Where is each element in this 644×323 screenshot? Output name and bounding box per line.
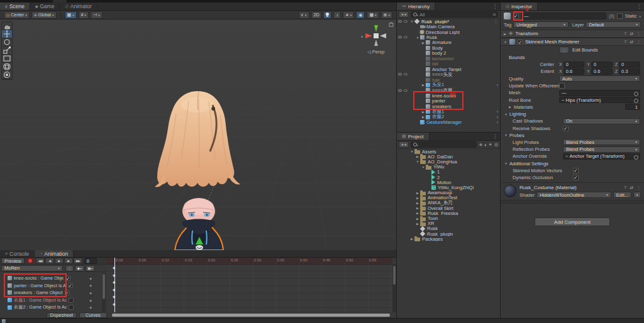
help-icon[interactable]: ? xyxy=(624,185,626,190)
hierarchy-search-input[interactable]: All ⧉ xyxy=(411,11,498,18)
expand-arrow[interactable]: ▶ xyxy=(421,83,426,87)
clip-dropdown[interactable]: MoRen▾ xyxy=(1,265,63,271)
component-menu-icon[interactable]: ⋮ xyxy=(636,31,641,36)
expand-arrow[interactable]: ▶ xyxy=(421,41,426,45)
project-item-Rusk[interactable]: Rusk xyxy=(397,226,500,231)
hierarchy-item-sneakers[interactable]: sneakers xyxy=(397,104,500,109)
expand-arrow[interactable]: ▶ xyxy=(415,222,420,226)
tab-game[interactable]: ■ Game xyxy=(30,3,60,10)
scene-menu-icon[interactable]: ⋮ xyxy=(494,19,500,24)
hierarchy-item-knee-socks[interactable]: knee-socks xyxy=(397,93,500,98)
lighting-section[interactable]: ▼Lighting xyxy=(501,111,644,118)
expand-arrow[interactable]: ▼ xyxy=(415,160,420,163)
project-item-Motion[interactable]: Motion xyxy=(397,180,500,185)
expand-arrow[interactable]: ▶ xyxy=(421,115,426,119)
extent-y-field[interactable]: 0.6 xyxy=(591,68,613,75)
anim-list-scrollbar[interactable] xyxy=(102,273,106,313)
hierarchy-item-头发1[interactable]: ▶头发1› xyxy=(397,82,500,87)
hierarchy-item-Body[interactable]: Body xyxy=(397,45,500,50)
add-component-button[interactable]: Add Component xyxy=(535,217,610,226)
project-item-AnimationTest[interactable]: ▶AnimationTest xyxy=(397,195,500,200)
project-item-AO_DongHua[interactable]: ▼AO_DongHua xyxy=(397,159,500,164)
tab-scene[interactable]: # Scene xyxy=(0,3,30,10)
active-checkbox[interactable]: ✓ xyxy=(513,13,519,19)
center-x-field[interactable]: 0 xyxy=(564,62,585,68)
expand-arrow[interactable]: ▶ xyxy=(415,191,420,195)
cast-shadows-dropdown[interactable]: On▾ xyxy=(563,118,640,124)
inspector-menu-icon[interactable]: ⋮ xyxy=(636,4,641,9)
mesh-object-field[interactable]: — xyxy=(559,90,640,96)
project-item-Overall Skirt[interactable]: ▶Overall Skirt xyxy=(397,205,500,211)
project-menu-icon[interactable]: ⋮ xyxy=(492,134,497,140)
scene-visibility-toggle[interactable]: ◉ xyxy=(356,11,365,19)
transform-component-header[interactable]: ▶ ✛ Transform ?⇄⋮ xyxy=(501,30,644,38)
shader-menu-button[interactable]: ▾ xyxy=(633,192,641,198)
scene-viewport[interactable]: x ◁ Persp xyxy=(0,19,396,250)
additional-settings-section[interactable]: ▼Additional Settings xyxy=(501,160,644,167)
expand-arrow[interactable]: ▼ xyxy=(421,165,426,169)
first-frame-button[interactable]: ◀◀ xyxy=(36,258,45,264)
increment-snap-button[interactable]: #▾ xyxy=(79,11,89,19)
add-keyframe-button[interactable]: ◆+ xyxy=(75,265,84,271)
move-tool[interactable] xyxy=(2,30,12,38)
pickability-icon[interactable] xyxy=(404,73,408,75)
property-checkbox[interactable]: ✓ xyxy=(65,276,70,281)
tool-settings-button[interactable]: ⊣▾ xyxy=(91,11,103,19)
expand-arrow[interactable]: ▶ xyxy=(409,237,414,241)
pickability-icon[interactable] xyxy=(404,20,408,23)
extent-x-field[interactable]: 0.6 xyxy=(564,68,585,75)
record-button[interactable] xyxy=(26,258,35,264)
frame-field[interactable]: 0 xyxy=(84,258,97,264)
hierarchy-item-Anchor Target[interactable]: Anchor Target xyxy=(397,67,500,72)
timeline-body[interactable]: ◆◆◆◆◆◆ xyxy=(107,265,392,312)
last-frame-button[interactable]: ▶▶ xyxy=(74,258,82,264)
saved-search-icon[interactable]: ⧉ xyxy=(493,13,496,17)
add-event-button[interactable]: ▣+ xyxy=(86,265,95,271)
search-by-label-icon[interactable]: ♦ xyxy=(484,143,487,147)
anim-property-sneakers[interactable]: sneakers : Game Object✓◆ xyxy=(0,289,102,297)
anim-property-衣服1[interactable]: 衣服1 : Game Object Is Ac◆ xyxy=(0,297,102,304)
hierarchy-item-tail[interactable]: tail xyxy=(397,62,500,67)
2d-toggle[interactable]: 2D xyxy=(311,11,322,19)
dopesheet-button[interactable]: Dopesheet xyxy=(47,312,77,318)
orientation-global-dropdown[interactable]: ⊕ Global▾ xyxy=(31,11,57,19)
property-checkbox[interactable]: ✓ xyxy=(68,283,73,288)
timeline-playhead[interactable] xyxy=(114,258,115,312)
transform-tool[interactable] xyxy=(2,63,12,71)
gameobject-name-field[interactable]: — xyxy=(521,13,606,19)
expand-arrow[interactable]: ▶ xyxy=(421,110,426,114)
tag-dropdown[interactable]: Untagged▾ xyxy=(513,21,569,28)
probes-section[interactable]: ▼Probes xyxy=(501,132,644,139)
hierarchy-item-Directional Light[interactable]: Directional Light xyxy=(397,30,500,35)
shading-mode-dropdown[interactable]: ◐▾ xyxy=(299,11,309,19)
expand-arrow[interactable]: ▶ xyxy=(415,196,420,200)
center-y-field[interactable]: 0 xyxy=(591,62,613,68)
project-item-1[interactable]: 1 xyxy=(397,170,500,175)
filter-keys-button[interactable]: ◇ xyxy=(65,265,74,271)
hierarchy-item-Rusk_plugin*[interactable]: ▼Rusk_plugin*⋮ xyxy=(397,19,500,24)
project-search-input[interactable] xyxy=(411,141,477,148)
layer-dropdown[interactable]: Default▾ xyxy=(586,21,641,28)
update-offscreen-checkbox[interactable] xyxy=(559,83,565,89)
project-item-Toon[interactable]: ▶Toon xyxy=(397,216,500,221)
hierarchy-item-body 2[interactable]: body 2 xyxy=(397,51,500,56)
shader-dropdown[interactable]: Hidden/lilToonOutline▾ xyxy=(536,192,611,198)
expand-arrow[interactable]: ▶ xyxy=(415,206,420,210)
tab-animator[interactable]: ◇ Animator xyxy=(60,3,97,10)
expand-arrow[interactable]: ▶ xyxy=(415,217,420,221)
component-menu-icon[interactable]: ⋮ xyxy=(636,185,641,190)
hierarchy-item-GestureManager[interactable]: GestureManager› xyxy=(397,119,500,124)
preview-button[interactable]: Preview xyxy=(1,258,25,264)
project-header[interactable]: ▤ Project xyxy=(397,133,430,140)
materials-count-field[interactable]: 1 xyxy=(625,104,640,110)
expand-arrow[interactable]: ▼ xyxy=(409,19,414,23)
search-by-type-icon[interactable]: ◈ xyxy=(479,142,482,147)
visibility-eye-icon[interactable] xyxy=(398,36,402,38)
skinned-motion-vectors-checkbox[interactable]: ✓ xyxy=(573,168,579,173)
static-dropdown-caret[interactable]: ▾ xyxy=(639,14,641,18)
rotate-tool[interactable] xyxy=(2,38,12,47)
hierarchy-menu-icon[interactable]: ⋮ xyxy=(492,4,497,9)
prev-key-button[interactable]: ◀ xyxy=(45,258,54,264)
hierarchy-item-====衣服[interactable]: ====衣服 xyxy=(397,88,500,93)
project-item-Packages[interactable]: ▶Packages xyxy=(397,236,500,241)
